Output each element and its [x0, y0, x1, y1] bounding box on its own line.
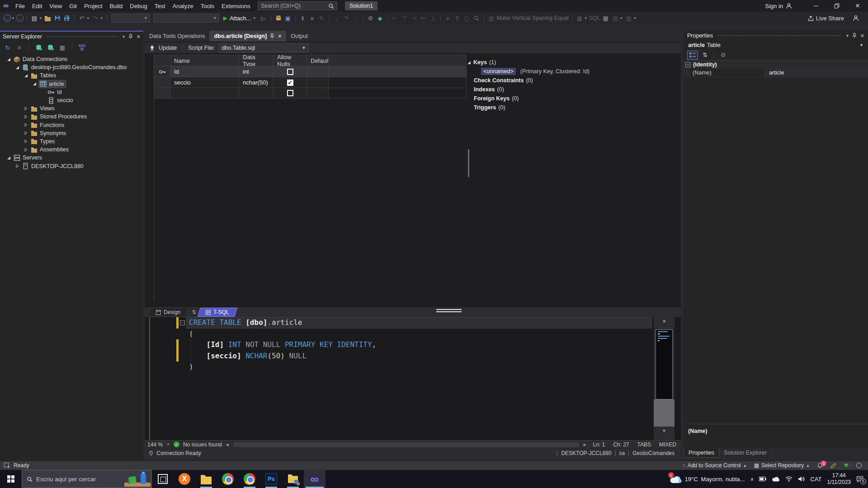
update-button[interactable]: Update: [159, 45, 177, 51]
key-item[interactable]: <unnamed>: [481, 68, 516, 75]
vspacing-icon[interactable]: ▥: [625, 13, 633, 23]
snap-lines-icon[interactable]: ∗: [444, 13, 452, 23]
battery-icon[interactable]: [759, 477, 766, 481]
live-share-person-icon[interactable]: [852, 13, 860, 23]
cell-default[interactable]: [307, 66, 328, 77]
tree-item-seccio[interactable]: seccio: [0, 96, 143, 104]
expander-open-icon[interactable]: [24, 73, 28, 78]
add-item-icon[interactable]: ▦: [58, 42, 66, 52]
close-panel-icon[interactable]: ✕: [137, 34, 141, 40]
property-value[interactable]: article: [765, 69, 868, 77]
taskbar-app-photoshop[interactable]: Ps: [260, 470, 282, 488]
open-file-icon[interactable]: [44, 13, 52, 23]
taskbar-app-file-explorer[interactable]: [195, 470, 217, 488]
refresh-icon[interactable]: ↻: [4, 42, 12, 52]
menu-view[interactable]: View: [46, 0, 66, 12]
volume-icon[interactable]: [798, 476, 805, 482]
keys-section[interactable]: Keys(1): [467, 58, 679, 67]
grid-row-empty[interactable]: [154, 88, 467, 99]
issues-status[interactable]: No issues found: [183, 441, 222, 448]
stop-icon[interactable]: ■: [308, 13, 316, 23]
pause-icon[interactable]: ‖: [299, 13, 307, 23]
tab-design[interactable]: Design: [148, 308, 189, 317]
stop-refresh-icon[interactable]: ✕: [15, 42, 24, 52]
horizontal-scrollbar[interactable]: [233, 442, 579, 447]
menu-extensions[interactable]: Extensions: [218, 0, 254, 12]
step-out-icon[interactable]: ↑: [352, 13, 360, 23]
cell-name[interactable]: [170, 88, 239, 99]
grid-col-allow-nulls[interactable]: Allow Nulls: [273, 55, 307, 66]
cell-allow-nulls[interactable]: ✓: [273, 77, 307, 88]
code-line-3[interactable]: [Id] INT NOT NULL PRIMARY KEY IDENTITY,: [189, 339, 376, 351]
row-header-cell[interactable]: [154, 88, 170, 99]
grid-col-default[interactable]: Default: [307, 55, 328, 66]
editor-scrollbar-map[interactable]: + ▼: [654, 317, 675, 440]
doc-tab-data-tools-operations[interactable]: Data Tools Operations: [145, 31, 209, 42]
pin-icon[interactable]: [852, 33, 857, 38]
align-rights-icon[interactable]: ⊣: [410, 13, 418, 23]
connection-user[interactable]: sa: [619, 450, 625, 456]
cell-allow-nulls[interactable]: [273, 88, 307, 99]
code-line-1[interactable]: CREATE TABLE [dbo].article: [189, 317, 302, 328]
property-category[interactable]: − (Identity): [684, 61, 868, 69]
cell-allow-nulls[interactable]: [273, 66, 307, 77]
attach-button[interactable]: ▶Attach...▼: [222, 13, 258, 23]
scrollbar-thumb[interactable]: [654, 399, 675, 427]
tray-expand-icon[interactable]: ∧: [750, 476, 754, 482]
step-into-icon[interactable]: ↓: [333, 13, 341, 23]
close-tab-icon[interactable]: ✕: [278, 33, 282, 39]
doc-tab-output[interactable]: Output: [286, 31, 312, 42]
property-pages-icon[interactable]: ⚙: [721, 52, 726, 58]
script-file-combo[interactable]: dbo.Table.sql ▼: [218, 43, 309, 52]
undo-icon[interactable]: ↶: [78, 13, 86, 23]
categorized-button[interactable]: [687, 51, 698, 60]
cell-data-type[interactable]: nchar(50): [239, 77, 273, 88]
panel-tab-properties[interactable]: Properties: [684, 448, 719, 458]
restore-button[interactable]: [826, 0, 847, 12]
align-bottoms-icon[interactable]: ⊥: [429, 13, 437, 23]
code-line-5[interactable]: ): [189, 361, 193, 373]
code-line-4[interactable]: [seccio] NCHAR(50) NULL: [189, 351, 307, 362]
table-view-icon[interactable]: ▦: [602, 13, 610, 23]
dropdown-caret-icon[interactable]: ▼: [584, 16, 588, 20]
minimize-button[interactable]: [806, 0, 826, 12]
close-panel-icon[interactable]: ✕: [860, 33, 864, 39]
pane-splitter-handle[interactable]: [468, 149, 469, 177]
pin-icon[interactable]: [270, 33, 274, 39]
expander-closed-icon[interactable]: [24, 106, 28, 111]
attach-to-database-icon[interactable]: [274, 13, 283, 23]
dropdown-caret-icon[interactable]: ▼: [86, 16, 90, 20]
tree-item-assemblies[interactable]: Assemblies: [0, 145, 143, 154]
save-icon[interactable]: [53, 13, 61, 23]
tree-item-id[interactable]: Id: [0, 88, 143, 96]
tree-item-functions[interactable]: Functions: [0, 121, 143, 129]
expander-closed-icon[interactable]: [24, 147, 28, 152]
step-over-icon[interactable]: ↷: [342, 13, 350, 23]
property-row-name[interactable]: (Name)article: [684, 69, 868, 77]
fullscreen-icon[interactable]: ▢: [463, 13, 471, 23]
grid-row-id[interactable]: Idint: [154, 66, 467, 77]
dropdown-caret-icon[interactable]: ▼: [253, 16, 256, 20]
panel-tab-solution-explorer[interactable]: Solution Explorer: [719, 448, 772, 458]
tree-item-views[interactable]: Views: [0, 104, 143, 113]
collapse-icon[interactable]: −: [685, 62, 690, 67]
menu-build[interactable]: Build: [106, 0, 126, 12]
allow-nulls-checkbox[interactable]: [287, 69, 293, 75]
window-position-icon[interactable]: ▾: [846, 33, 849, 38]
code-editor[interactable]: + ▼ CREATE TABLE [dbo].article( [Id] INT…: [145, 317, 681, 440]
start-without-debugging-icon[interactable]: ▷: [259, 13, 268, 23]
tree-item-data-connections[interactable]: Data Connections: [0, 55, 143, 63]
dropdown-caret-icon[interactable]: ▼: [39, 16, 42, 20]
sign-in-button[interactable]: Sign in: [765, 3, 792, 9]
language-indicator[interactable]: CAT: [810, 476, 821, 483]
taskbar-app-xampp[interactable]: X: [174, 470, 195, 488]
properties-object-combo[interactable]: article Table ▼: [684, 41, 868, 50]
scroll-down-icon[interactable]: ▼: [654, 428, 675, 433]
allow-nulls-checkbox[interactable]: ✓: [287, 80, 293, 86]
zoom-icon[interactable]: [472, 13, 481, 23]
dropdown-caret-icon[interactable]: ▼: [11, 16, 15, 20]
allow-nulls-checkbox[interactable]: [287, 90, 293, 96]
live-share-button[interactable]: Live Share: [807, 15, 844, 22]
align-centers-icon[interactable]: ⊤: [401, 13, 409, 23]
zoom-level[interactable]: 144 %: [147, 441, 163, 448]
